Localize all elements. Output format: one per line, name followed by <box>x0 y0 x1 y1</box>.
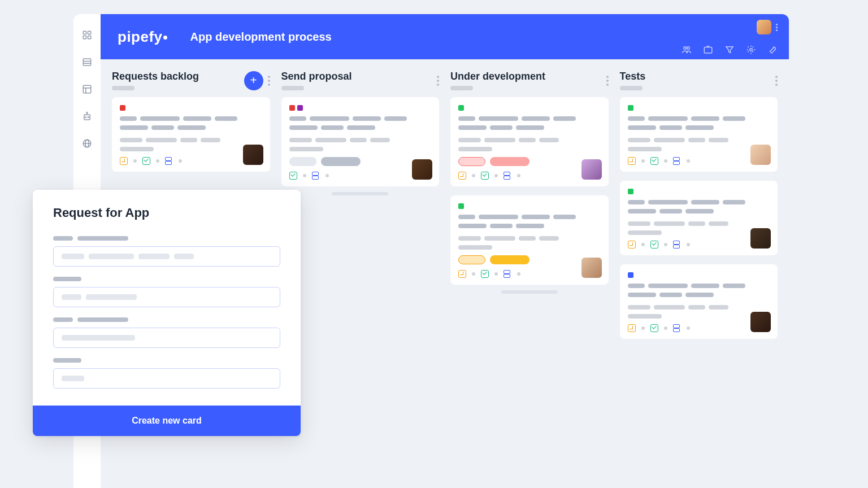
column-subtitle-placeholder <box>281 86 304 90</box>
kanban-card[interactable] <box>620 264 778 339</box>
card-dot <box>472 272 475 276</box>
svg-rect-3 <box>88 36 91 39</box>
field-input[interactable] <box>53 328 280 348</box>
card-blue-icon <box>312 172 320 180</box>
kanban-card[interactable] <box>281 97 440 186</box>
svg-point-11 <box>85 117 86 118</box>
card-blue-icon <box>673 324 681 332</box>
column-more-icon[interactable] <box>437 76 439 86</box>
card-dot <box>303 174 306 177</box>
card-tags <box>458 203 601 209</box>
svg-rect-1 <box>88 31 91 34</box>
form-field <box>53 317 280 348</box>
card-assignee-avatar[interactable] <box>243 145 263 165</box>
card-tags <box>458 105 601 111</box>
create-card-button[interactable]: Create new card <box>33 406 301 436</box>
field-input[interactable] <box>53 368 280 389</box>
card-blue-icon <box>504 172 511 180</box>
list-icon[interactable] <box>82 57 92 67</box>
card-dot <box>664 243 667 246</box>
card-assignee-avatar[interactable] <box>750 312 771 332</box>
card-assignee-avatar[interactable] <box>750 145 771 165</box>
card-content <box>458 116 601 151</box>
column: Under development <box>450 71 609 488</box>
page-title: App development process <box>190 30 332 43</box>
card-tags <box>628 105 770 111</box>
card-pill <box>458 255 485 264</box>
column-title: Send proposal <box>281 71 352 82</box>
kanban-card[interactable] <box>112 97 270 172</box>
card-assignee-avatar[interactable] <box>581 258 602 278</box>
card-blue-icon <box>165 157 173 165</box>
globe-icon[interactable] <box>82 138 92 149</box>
column-cards <box>112 97 270 172</box>
filter-icon[interactable] <box>724 45 735 55</box>
column-header: Send proposal <box>281 71 440 90</box>
kanban-card[interactable] <box>450 97 609 186</box>
field-input[interactable] <box>53 287 280 307</box>
kanban-card[interactable] <box>450 195 609 285</box>
column-title: Under development <box>450 71 545 82</box>
header-more-icon[interactable] <box>776 24 778 31</box>
card-tag <box>628 105 633 111</box>
card-dot <box>641 326 645 330</box>
kanban-card[interactable] <box>620 97 778 172</box>
column-title-wrap: Requests backlog <box>112 71 199 90</box>
svg-point-12 <box>88 117 89 118</box>
settings-icon[interactable] <box>746 45 756 55</box>
column-header: Requests backlog + <box>112 71 270 90</box>
card-blue-icon <box>673 157 681 165</box>
card-pill-label <box>321 157 361 166</box>
card-assignee-avatar[interactable] <box>581 159 602 180</box>
card-pill-label <box>490 255 530 264</box>
add-card-button[interactable]: + <box>244 71 263 90</box>
kanban-card[interactable] <box>620 181 778 255</box>
card-dot <box>664 326 667 330</box>
svg-rect-0 <box>83 31 86 34</box>
modal-title: Request for App <box>53 206 280 220</box>
field-label <box>53 277 280 281</box>
card-dot <box>179 159 182 163</box>
column-header: Tests <box>620 71 778 90</box>
card-footer <box>458 270 601 278</box>
header-right <box>757 20 778 34</box>
column-title: Tests <box>620 71 646 82</box>
bot-icon[interactable] <box>82 111 92 121</box>
card-orange-icon <box>120 157 128 165</box>
share-icon[interactable] <box>703 45 713 55</box>
field-label <box>53 317 280 322</box>
field-input[interactable] <box>53 246 280 267</box>
card-assignee-avatar[interactable] <box>750 228 771 249</box>
svg-rect-2 <box>83 36 86 39</box>
layout-icon[interactable] <box>82 84 92 94</box>
card-green-icon <box>481 172 489 180</box>
card-orange-icon <box>628 324 636 332</box>
members-icon[interactable] <box>682 45 692 55</box>
card-tag <box>628 189 633 194</box>
brand-text: pipefy <box>118 28 163 45</box>
column-more-icon[interactable] <box>775 76 778 86</box>
card-dot <box>687 159 690 163</box>
card-tag <box>289 105 295 111</box>
card-dot <box>641 159 645 163</box>
card-tags <box>628 189 770 194</box>
card-assignee-avatar[interactable] <box>412 159 432 180</box>
user-avatar[interactable] <box>757 20 771 34</box>
card-footer <box>628 241 770 249</box>
column-more-icon[interactable] <box>268 76 270 86</box>
card-green-icon <box>289 172 297 180</box>
card-blue-icon <box>673 241 681 249</box>
column-cards <box>281 97 440 186</box>
column-title-wrap: Tests <box>620 71 646 90</box>
card-pill-row <box>458 255 601 264</box>
grid-icon[interactable] <box>82 30 92 40</box>
card-dot <box>156 159 159 163</box>
svg-rect-7 <box>83 85 91 93</box>
wrench-icon[interactable] <box>767 45 778 55</box>
card-orange-icon <box>628 241 636 249</box>
card-dot <box>133 159 137 163</box>
card-green-icon <box>650 157 658 165</box>
card-dot <box>687 326 690 330</box>
column-more-icon[interactable] <box>606 76 609 86</box>
column: Send proposal <box>281 71 440 488</box>
